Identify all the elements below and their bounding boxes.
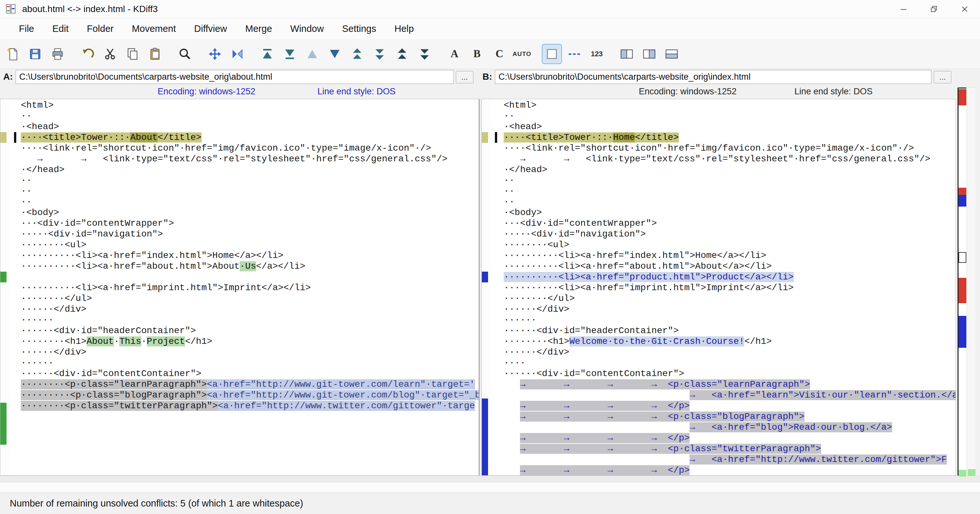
cut-button[interactable] — [100, 44, 119, 63]
copy-button[interactable] — [123, 44, 142, 63]
code-line[interactable]: ······<div·id="headerContainer"> — [504, 325, 956, 336]
overview-segment[interactable] — [967, 469, 975, 476]
code-line[interactable]: ········<ul> — [504, 240, 956, 250]
file-path-a-input[interactable] — [16, 70, 454, 84]
save-button[interactable] — [26, 44, 45, 63]
code-line[interactable]: ···<div·id="contentWrapper"> — [504, 218, 956, 229]
code-line[interactable]: ····<link·rel="shortcut·icon"·href="img/… — [504, 143, 956, 154]
code-line[interactable]: ······ — [504, 314, 956, 325]
browse-a-button[interactable]: ... — [456, 71, 473, 83]
browse-b-button[interactable]: ... — [934, 71, 951, 83]
overview-segment[interactable] — [959, 195, 966, 206]
code-line[interactable]: ···· — [504, 357, 956, 368]
code-line[interactable]: ··········<li><a·href="index.html">Home<… — [504, 250, 956, 261]
code-line[interactable]: ······<div·id="headerContainer"> — [21, 325, 479, 336]
code-line[interactable]: ··········<li><a·href="about.html">About… — [504, 261, 956, 272]
code-line[interactable]: <html> — [21, 100, 479, 111]
code-line[interactable] — [21, 454, 479, 465]
code-line[interactable]: ····<title>Tower·::·About</title> — [21, 132, 479, 143]
undo-button[interactable] — [78, 44, 97, 63]
code-line[interactable]: → <a·href="blog">Read·our·blog.</a> — [504, 422, 956, 433]
code-line[interactable]: ······</div> — [21, 304, 479, 314]
print-button[interactable] — [48, 44, 67, 63]
code-line[interactable]: ········<h1>About·This·Project</h1> — [21, 336, 479, 347]
goto-prev-conflict-button[interactable] — [348, 44, 367, 63]
goto-next-unsolved-conflict-button[interactable] — [415, 44, 434, 63]
menu-edit[interactable]: Edit — [43, 20, 78, 37]
code-line[interactable]: → <a·href="learn">Visit·our·"learn"·sect… — [504, 390, 956, 400]
diff-overview-secondary[interactable] — [967, 87, 975, 476]
overview-segment[interactable] — [959, 470, 966, 477]
code-line[interactable]: ·· — [504, 197, 956, 207]
code-line[interactable]: ·<body> — [21, 207, 479, 218]
code-line[interactable]: ···<div·id="contentWrapper"> — [21, 218, 479, 229]
code-line[interactable]: <html> — [504, 100, 956, 111]
code-line[interactable]: ·········<p·class="blogParagraph"><a·hre… — [21, 390, 479, 400]
code-line[interactable]: → → → → <p·class="learnParagraph"> — [504, 379, 956, 390]
code-line[interactable]: ·····<div·id="navigation"> — [21, 229, 479, 240]
app-icon[interactable] — [5, 3, 17, 15]
code-line[interactable]: ··········<li><a·href="product.html">Pro… — [504, 272, 956, 282]
goto-prev-delta-button[interactable] — [303, 44, 322, 63]
code-line[interactable]: ·· — [21, 186, 479, 197]
code-line[interactable] — [21, 433, 479, 443]
code-line[interactable]: ··········<li><a·href="imprint.html">Imp… — [21, 282, 479, 293]
code-line[interactable]: ······ — [21, 357, 479, 368]
goto-next-delta-button[interactable] — [325, 44, 344, 63]
code-line[interactable]: ·<head> — [504, 121, 956, 132]
menu-settings[interactable]: Settings — [333, 20, 385, 37]
code-line[interactable]: → → → → </p> — [504, 465, 956, 476]
close-button[interactable] — [950, 0, 980, 18]
code-line[interactable] — [21, 422, 479, 433]
code-line[interactable]: ········<p·class="learnParagraph"><a·hre… — [21, 379, 479, 390]
split-view-3-button[interactable] — [662, 44, 681, 63]
menu-window[interactable]: Window — [281, 20, 333, 37]
menu-help[interactable]: Help — [385, 20, 423, 37]
menu-folder[interactable]: Folder — [78, 20, 123, 37]
code-line[interactable]: ······<div·id="contentContainer"> — [504, 368, 956, 379]
choose-b-button[interactable]: B — [468, 44, 487, 63]
code-line[interactable]: → → → → <p·class="blogParagraph"> — [504, 411, 956, 422]
code-line[interactable]: → → → → <p·class="twitterParagraph"> — [504, 443, 956, 454]
code-line[interactable]: ····<link·rel="shortcut·icon"·href="img/… — [21, 143, 479, 154]
code-line[interactable]: ·· — [504, 186, 956, 197]
code-line[interactable]: ·</head> — [21, 164, 479, 175]
code-line[interactable]: ·<body> — [504, 207, 956, 218]
code-line[interactable]: → → <link·type="text/css"·rel="styleshee… — [504, 154, 956, 164]
code-line[interactable]: ·· — [21, 197, 479, 207]
code-line[interactable]: ··········<li><a·href="about.html">About… — [21, 261, 479, 272]
reload-diff-button[interactable] — [228, 44, 247, 63]
code-line[interactable]: ········</ul> — [504, 293, 956, 304]
code-line[interactable]: → → <link·type="text/css"·rel="styleshee… — [21, 154, 479, 164]
code-line[interactable]: ······ — [21, 314, 479, 325]
code-line[interactable]: ········<p·class="twitterParagraph"><a·h… — [21, 400, 479, 411]
paste-button[interactable] — [146, 44, 164, 63]
code-line[interactable]: ·· — [504, 111, 956, 121]
code-line[interactable]: ········</ul> — [21, 293, 479, 304]
code-line[interactable]: ·····<div·id="navigation"> — [504, 229, 956, 240]
code-line[interactable]: ······</div> — [504, 347, 956, 357]
split-view-2-button[interactable] — [640, 44, 659, 63]
goto-next-conflict-button[interactable] — [370, 44, 389, 63]
code-line[interactable]: ·</head> — [504, 164, 956, 175]
menu-movement[interactable]: Movement — [123, 20, 185, 37]
choose-c-button[interactable]: C — [490, 44, 509, 63]
new-file-button[interactable] — [3, 44, 22, 63]
code-line[interactable]: ····<title>Tower·::·Home</title> — [504, 132, 956, 143]
find-button[interactable] — [175, 44, 194, 63]
show-whitespace-characters-button[interactable] — [542, 44, 561, 63]
diff-overview-column[interactable] — [958, 87, 966, 476]
code-line[interactable]: ·<head> — [21, 121, 479, 132]
pane-divider[interactable] — [479, 99, 482, 476]
code-line[interactable] — [21, 272, 479, 282]
code-line[interactable]: ······<div·id="contentContainer"> — [21, 368, 479, 379]
code-line[interactable]: ·· — [504, 175, 956, 186]
show-line-numbers-button[interactable]: 123 — [587, 44, 606, 63]
file-path-b-input[interactable] — [495, 70, 931, 84]
show-whitespace-button[interactable] — [565, 44, 584, 63]
menu-file[interactable]: File — [10, 20, 43, 37]
overview-segment[interactable] — [959, 89, 966, 105]
horizontal-scrollbar[interactable] — [0, 476, 980, 483]
code-line[interactable]: ········<h1>Welcome·to·the·Git·Crash·Cou… — [504, 336, 956, 347]
goto-prev-unsolved-conflict-button[interactable] — [393, 44, 412, 63]
